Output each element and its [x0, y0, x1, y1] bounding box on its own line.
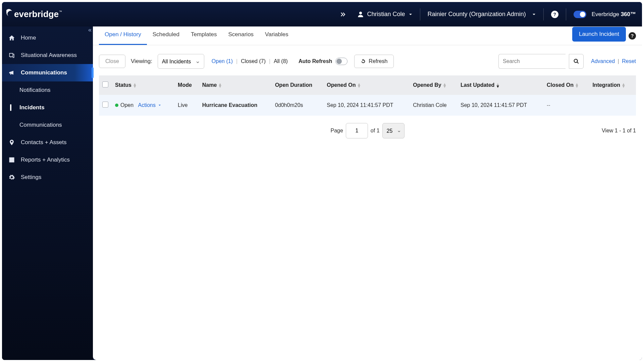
user-menu[interactable]: Christian Cole [357, 11, 413, 18]
viewing-select[interactable]: All Incidents [158, 54, 204, 69]
page-of-label: of 1 [371, 128, 380, 134]
brand-toggle[interactable] [574, 11, 586, 18]
sidebar-item-label: Home [21, 35, 36, 41]
filter-closed[interactable]: Closed (7) [241, 58, 266, 64]
tab-templates[interactable]: Templates [185, 25, 222, 45]
sidebar-item-label: Situational Awareness [21, 52, 77, 59]
caret-down-icon [409, 12, 413, 16]
button-label: Close [105, 58, 119, 64]
cell-closed-on: -- [543, 95, 589, 116]
tab-variables[interactable]: Variables [259, 25, 294, 45]
megaphone-icon [8, 69, 15, 76]
awareness-icon [8, 52, 15, 59]
gear-icon [8, 174, 15, 181]
expand-panel-button[interactable] [340, 11, 346, 17]
cell-opened-by: Christian Cole [410, 95, 457, 116]
select-all-checkbox[interactable] [102, 81, 108, 87]
launch-incident-button[interactable]: Launch Incident [572, 27, 626, 42]
tab-open-history[interactable]: Open / History [99, 25, 147, 45]
page-help-button[interactable]: ? [629, 32, 636, 40]
auto-refresh-toggle[interactable] [335, 58, 347, 65]
cell-integration [589, 95, 636, 116]
caret-down-icon [532, 12, 536, 16]
pagesize-select[interactable]: 25 [382, 123, 405, 138]
sidebar-collapse-button[interactable]: « [88, 26, 92, 34]
filter-open[interactable]: Open (1) [212, 58, 233, 64]
tab-label: Open / History [105, 31, 141, 38]
refresh-button[interactable]: Refresh [354, 55, 394, 68]
filter-all[interactable]: All (8) [274, 58, 288, 64]
cell-name[interactable]: Hurricane Evacuation [199, 95, 272, 116]
pagination: Page of 1 25 View 1 - 1 of 1 [93, 116, 642, 146]
brand-360-label: Everbridge 360™ [592, 11, 636, 18]
help-button[interactable]: ? [551, 11, 558, 18]
advanced-reset: Advanced | Reset [591, 58, 636, 64]
tab-label: Variables [265, 31, 288, 38]
col-integration[interactable]: Integration▲▼ [589, 75, 636, 95]
topbar: everbridge ™ Christian Cole Rainier Coun… [2, 2, 642, 26]
org-menu[interactable]: Rainier County (Organization Admin) [428, 11, 536, 18]
toolbar: Close Viewing: All Incidents Open (1) | … [93, 45, 642, 75]
sidebar-item-settings[interactable]: Settings [2, 169, 93, 186]
refresh-icon [361, 59, 366, 64]
search-input[interactable] [498, 54, 566, 69]
sidebar: « Home Situational Awareness Communicati… [2, 26, 93, 360]
col-last-updated[interactable]: Last Updated▲▼ [457, 75, 543, 95]
sidebar-item-contacts-assets[interactable]: Contacts + Assets [2, 134, 93, 151]
sidebar-item-reports-analytics[interactable]: Reports + Analytics [2, 151, 93, 169]
org-name: Rainier County (Organization Admin) [428, 11, 526, 18]
tab-scheduled[interactable]: Scheduled [147, 25, 185, 45]
sidebar-item-label: Settings [21, 174, 41, 181]
auto-refresh-label: Auto Refresh [299, 58, 332, 64]
status-dot-icon [115, 104, 118, 107]
user-name: Christian Cole [367, 11, 405, 18]
row-checkbox[interactable] [102, 102, 108, 108]
page-label: Page [330, 128, 343, 134]
col-status[interactable]: Status▲▼ [112, 75, 174, 95]
sidebar-item-situational-awareness[interactable]: Situational Awareness [2, 47, 93, 64]
col-mode[interactable]: Mode [174, 75, 199, 95]
cell-opened-on: Sep 10, 2024 11:41:57 PDT [323, 95, 410, 116]
user-icon [357, 11, 364, 18]
cell-last-updated: Sep 10, 2024 11:41:57 PDT [457, 95, 543, 116]
sidebar-subitem-incidents[interactable]: Incidents [2, 99, 93, 116]
sidebar-item-communications[interactable]: Communications [2, 64, 93, 81]
col-closed-on[interactable]: Closed On▲▼ [543, 75, 589, 95]
logo: everbridge ™ [2, 2, 93, 26]
svg-text:everbridge: everbridge [14, 9, 59, 19]
button-label: Launch Incident [579, 31, 619, 37]
cell-mode: Live [174, 95, 199, 116]
row-actions-menu[interactable]: Actions [138, 102, 161, 108]
sidebar-item-label: Notifications [19, 87, 51, 94]
page-input[interactable] [346, 123, 368, 138]
mode-toggle-group: Everbridge 360™ [574, 11, 636, 18]
sidebar-item-home[interactable]: Home [2, 29, 93, 47]
reset-link[interactable]: Reset [622, 58, 636, 64]
search-button[interactable] [569, 54, 584, 69]
tabs-row: Open / History Scheduled Templates Scena… [93, 26, 642, 45]
tab-label: Scenarios [228, 31, 254, 38]
advanced-link[interactable]: Advanced [591, 58, 615, 64]
status-text: Open [120, 102, 133, 108]
tab-scenarios[interactable]: Scenarios [222, 25, 259, 45]
viewing-label: Viewing: [131, 58, 152, 65]
search-icon [573, 58, 579, 64]
sidebar-item-label: Incidents [19, 104, 45, 111]
table-row[interactable]: Open Actions Live Hurricane Evacuation 0… [99, 95, 636, 116]
sidebar-item-label: Contacts + Assets [21, 139, 67, 146]
col-name[interactable]: Name▲▼ [199, 75, 272, 95]
home-icon [8, 35, 15, 41]
sidebar-subitem-notifications[interactable]: Notifications [2, 81, 93, 99]
incidents-table: Status▲▼ Mode Name▲▼ Open Duration Opene… [93, 75, 642, 116]
tab-label: Scheduled [153, 31, 179, 38]
help-icon: ? [551, 11, 558, 18]
close-button[interactable]: Close [99, 55, 125, 68]
col-opened-by[interactable]: Opened By▲▼ [410, 75, 457, 95]
chevrons-right-icon [340, 11, 346, 17]
col-opened-on[interactable]: Opened On▲▼ [323, 75, 410, 95]
sidebar-subitem-communications[interactable]: Communications [2, 116, 93, 134]
sidebar-item-label: Reports + Analytics [21, 157, 70, 163]
status-filter-links: Open (1) | Closed (7) | All (8) [212, 58, 288, 64]
col-open-duration[interactable]: Open Duration [272, 75, 323, 95]
cell-open-duration: 0d0h0m20s [272, 95, 323, 116]
